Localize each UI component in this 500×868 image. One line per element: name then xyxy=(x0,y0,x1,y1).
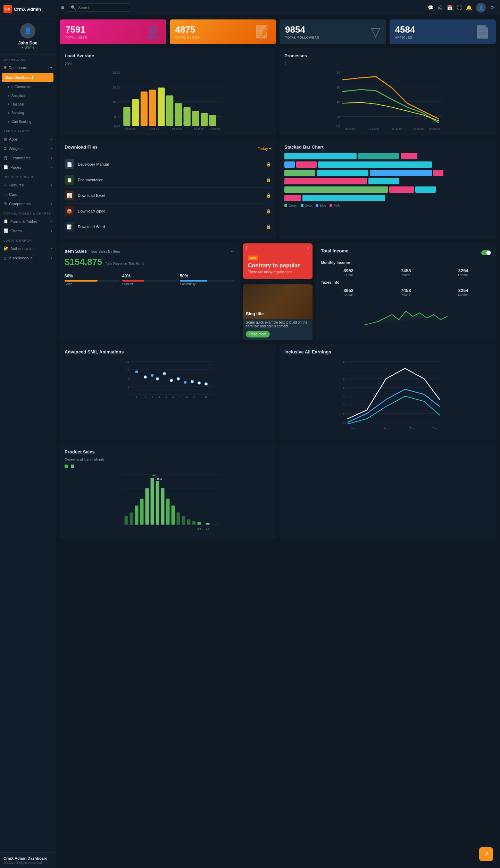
download-item-4[interactable]: 📦 Download Ziped 🔒 xyxy=(65,203,271,219)
seg-cyan-2 xyxy=(318,161,432,168)
legend-item-2 xyxy=(71,465,74,468)
mention-icon[interactable]: @ xyxy=(438,5,443,10)
svg-rect-108 xyxy=(177,512,180,525)
svg-text:4: 4 xyxy=(159,396,160,398)
svg-text:2: 2 xyxy=(343,413,345,415)
income-city-dubai: Dubai xyxy=(321,273,376,277)
logo-icon: CX xyxy=(3,5,12,13)
sidebar-item-analytics[interactable]: Analytics xyxy=(0,91,56,100)
download-item-3[interactable]: 📊 Download Excel 🔒 xyxy=(65,188,271,203)
sidebar-item-pages[interactable]: 📄Pages› xyxy=(0,162,56,172)
svg-rect-18 xyxy=(192,111,199,126)
sidebar-item-dashboard[interactable]: ⊞Dashboard ▾ xyxy=(0,63,56,72)
sidebar-item-banking[interactable]: Banking xyxy=(0,109,56,117)
features-icon: ⊕ xyxy=(3,183,7,187)
income-sparkline xyxy=(321,301,491,328)
message-icon[interactable]: 💬 xyxy=(428,5,434,10)
blog-card-column: ✕ 🚩 New Contrary to popular There are ma… xyxy=(243,243,312,340)
svg-text:6: 6 xyxy=(343,378,345,381)
legend-pink: Pink xyxy=(330,204,340,207)
download-item-1[interactable]: 📄 Developer Manual 🔒 xyxy=(65,157,271,172)
sidebar-item-features[interactable]: ⊕Features› xyxy=(0,180,56,190)
svg-text:80: 80 xyxy=(336,71,340,74)
sidebar-item-cabbooking[interactable]: Cab Booking xyxy=(0,117,56,126)
svg-rect-96 xyxy=(125,516,128,525)
stacked-legend: Green Cyan Blue Pink xyxy=(284,204,491,207)
widgets-icon: ⊡ xyxy=(3,146,7,151)
progress-sales-fill xyxy=(65,280,98,282)
svg-point-56 xyxy=(177,377,180,380)
fab-button[interactable]: ↗ xyxy=(479,847,493,861)
smil-panel: Advanced SMIL Animations 15 10 5 1 xyxy=(60,344,276,440)
search-input[interactable] xyxy=(78,6,120,10)
blog-badge: New xyxy=(248,256,258,260)
download-today-button[interactable]: Today ▾ xyxy=(258,147,271,151)
main-area: ≡ 🔍 💬 @ 📅 ⛶ 🔔 👤 ⚙ 7591TOTAL USER 👤 4875T… xyxy=(56,0,500,868)
progress-bars: 60% Sales 40% Product 50% Communi xyxy=(65,274,235,290)
svg-rect-107 xyxy=(172,506,175,525)
svg-text:8.00: 8.00 xyxy=(114,115,120,119)
download-item-5[interactable]: 📝 Download Word 🔒 xyxy=(65,219,271,234)
read-more-button[interactable]: Read more xyxy=(246,331,270,337)
chevron-down-icon: ▾ xyxy=(50,66,52,69)
product-chart-svg: 178.1 1612 3.3 xyxy=(65,471,271,533)
progress-sales-sub: Sales xyxy=(65,282,119,286)
svg-point-59 xyxy=(198,382,201,384)
sidebar-item-forms[interactable]: 📋Forms & Tables› xyxy=(0,217,56,226)
tax-cell-london: 3254 London xyxy=(436,288,491,297)
processes-panel: Processes 2 80 60 40 20 0.0 xyxy=(280,48,496,135)
svg-text:5: 5 xyxy=(128,377,129,380)
sidebar-item-ecommerce-nav[interactable]: 🛒Ecommerce› xyxy=(0,153,56,162)
item-sales-menu-icon[interactable]: ··· xyxy=(231,248,235,254)
user-avatar-header[interactable]: 👤 xyxy=(476,3,486,12)
seg-cyan-4 xyxy=(368,178,399,184)
download-item-2[interactable]: 📋 Documentation 🔒 xyxy=(65,172,271,188)
svg-text:Wed: Wed xyxy=(409,427,414,429)
calendar-icon[interactable]: 📅 xyxy=(447,5,453,10)
progress-product-sub: Product xyxy=(122,282,177,286)
sidebar-item-hospital[interactable]: Hospital xyxy=(0,100,56,109)
income-toggle-button[interactable] xyxy=(481,250,491,255)
sidebar-item-misc[interactable]: △Miscellaneous› xyxy=(0,253,56,262)
sidebar-item-ecommerce[interactable]: e-Commerce xyxy=(0,83,56,91)
blog-img-placeholder: Blog title xyxy=(243,284,312,319)
stat-label-followers: TOTAL FOLLOWERS xyxy=(285,36,319,39)
seg-green-5 xyxy=(284,186,388,193)
svg-rect-106 xyxy=(166,499,170,525)
settings-icon[interactable]: ⚙ xyxy=(490,5,494,10)
sidebar-item-main-dashboard[interactable]: Main Dashboard xyxy=(2,73,53,82)
svg-text:7: 7 xyxy=(343,369,345,372)
svg-text:32.00: 32.00 xyxy=(112,71,120,74)
sidebar-item-components[interactable]: ◎Components› xyxy=(0,199,56,208)
fullscreen-icon[interactable]: ⛶ xyxy=(457,5,462,10)
legend-green: Green xyxy=(284,204,297,207)
stacked-bar-title: Stacked Bar Chart xyxy=(284,144,491,150)
download-header: Download Files Today ▾ xyxy=(65,144,271,153)
dl-lock-2: 🔒 xyxy=(266,177,271,182)
product-sales-subtitle: Overview of Latest Month xyxy=(65,458,271,462)
load-peak: 20% xyxy=(65,62,271,66)
progress-community-sub: Community xyxy=(180,282,235,286)
blog-close-button[interactable]: ✕ xyxy=(306,246,310,251)
svg-text:1: 1 xyxy=(128,386,129,388)
dl-lock-4: 🔒 xyxy=(266,209,271,214)
hamburger-button[interactable]: ≡ xyxy=(61,5,64,11)
sidebar-item-auth[interactable]: 🔐Authentication› xyxy=(0,244,56,253)
svg-text:2: 2 xyxy=(145,396,146,398)
income-cell-miami: 7458 Miami xyxy=(378,268,433,277)
sidebar-item-card[interactable]: ▭Card xyxy=(0,190,56,199)
seg-pink-5 xyxy=(389,186,414,193)
flag-icon: 🚩 xyxy=(246,246,251,251)
seg-cyan-1 xyxy=(284,153,357,159)
bell-icon[interactable]: 🔔 xyxy=(466,5,472,10)
svg-point-60 xyxy=(205,383,208,385)
sparkline-svg xyxy=(321,301,491,328)
stat-card-blogs: 4875TOTAL BLOGS 📝 xyxy=(170,19,276,44)
sidebar-item-widgets[interactable]: ⊡Widgets› xyxy=(0,144,56,153)
stat-icon-followers: ▽ xyxy=(371,25,381,39)
sidebar-item-apps[interactable]: ▦Apps› xyxy=(0,134,56,144)
sidebar-footer: CrmX Admin Dashboard © 2021 All Rights R… xyxy=(0,852,56,868)
sidebar-item-charts[interactable]: 📊Charts› xyxy=(0,226,56,235)
svg-text:19:30:00: 19:30:00 xyxy=(368,127,379,131)
stat-num-users: 7591 xyxy=(65,24,87,35)
